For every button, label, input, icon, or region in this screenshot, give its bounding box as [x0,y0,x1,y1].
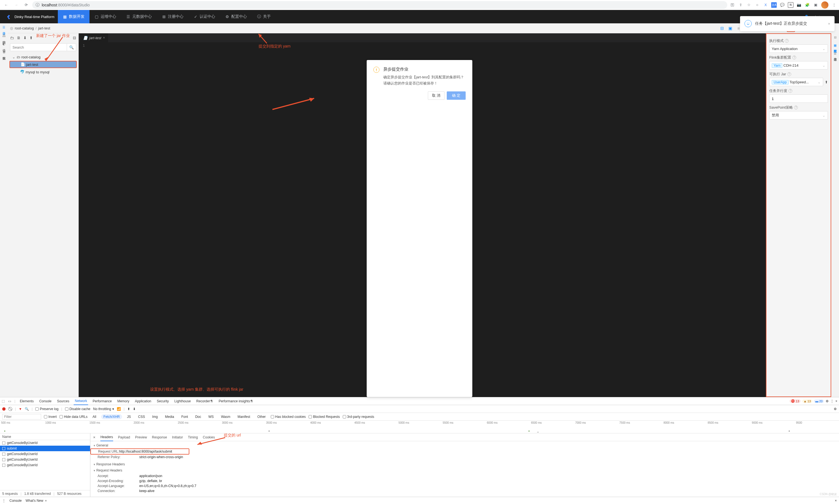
editor-tab-jart-test[interactable]: 📄 jart-test × [80,33,108,42]
search-toggle-icon[interactable]: 🔍 [25,407,29,411]
rail-job-info[interactable]: ☰作业信息 [833,52,837,55]
section-general[interactable]: General [90,442,839,448]
dt-tab-application[interactable]: Application [134,397,152,405]
collapse-icon[interactable]: ⊟ [73,36,76,40]
help-icon[interactable]: ? [788,89,792,93]
jar-upload-icon[interactable]: ⬆ [825,80,828,84]
ext4-icon[interactable]: ▣ [813,2,818,8]
clear-button[interactable] [8,407,12,411]
detail-tab-preview[interactable]: Preview [135,433,147,441]
tree-item-mysql[interactable]: 🐬 mysql to mysql [8,68,78,76]
inspect-icon[interactable]: ⬚ [2,399,5,403]
upload-har-icon[interactable]: ⬆ [127,407,130,411]
request-row[interactable]: getConsoleByUserId [0,451,90,457]
warn-badge[interactable]: ▲ 13 [802,399,812,403]
type-fetch-xhr[interactable]: Fetch/XHR [101,414,122,419]
dt-tab-network[interactable]: Network [74,397,88,405]
parallel-input[interactable] [769,94,828,103]
disable-cache-checkbox[interactable]: Disable cache [65,407,90,411]
detail-close-icon[interactable]: × [93,435,95,439]
section-response-headers[interactable]: Response Headers [90,461,839,467]
dt-tab-console[interactable]: Console [38,397,53,405]
nav-config[interactable]: ⚙配置中心 [220,10,252,23]
upload-icon[interactable]: ⬇ [23,36,27,40]
ext2-icon[interactable]: X [763,2,768,8]
forward-button[interactable]: → [12,1,20,9]
request-row[interactable]: submit [0,446,90,451]
rail-metadata[interactable]: ⊞元数据 [2,50,6,54]
breadcrumb-current[interactable]: jart-test [38,26,50,30]
nav-about[interactable]: ⓘ关于 [252,10,276,23]
type-wasm[interactable]: Wasm [219,414,233,419]
dt-tab-recorder[interactable]: Recorder ⚗ [195,397,214,405]
rail-job-config[interactable]: ▦作业配置 [833,43,837,47]
new-file-icon[interactable]: 🗎 [17,36,21,40]
site-info-icon[interactable]: ⓘ [36,2,39,7]
request-row[interactable]: getConsoleByUserId [0,462,90,468]
download-har-icon[interactable]: ⬇ [133,407,136,411]
dt-tab-memory[interactable]: Memory [116,397,130,405]
translate-icon[interactable]: 文A [771,2,777,8]
export-icon[interactable]: ▣ [728,26,733,31]
jar-select[interactable]: UserApp TopSpeed...⌄ [769,78,823,86]
exec-mode-select[interactable]: Yarn Application⌄ [769,44,828,53]
address-bar[interactable]: ⓘ localhost:8000/#/dataStudio [32,1,727,9]
cancel-button[interactable]: 取 消 [428,91,444,100]
filter-toggle-icon[interactable]: ▼ [19,407,22,411]
type-ws[interactable]: WS [206,414,216,419]
app-logo[interactable]: Dinky Real-time Platform [3,14,58,19]
help-icon[interactable]: ? [794,106,798,109]
chrome-menu-icon[interactable]: ⋮ [831,2,837,8]
dt-tab-lighthouse[interactable]: Lighthouse [173,397,192,405]
rail-catalog[interactable]: ☰目录 [2,25,6,30]
request-row[interactable]: getConsoleByUserId [0,440,90,446]
net-settings-icon[interactable]: ⚙ [834,407,837,411]
help-icon[interactable]: ? [785,39,789,43]
rail-structure[interactable]: 品结构 [2,34,6,38]
dt-tab-performance[interactable]: Performance [91,397,113,405]
request-row[interactable]: getConsoleByUserId [0,457,90,462]
nav-registry[interactable]: ⊞注册中心 [157,10,189,23]
info-badge[interactable]: ▬ 20 [814,399,824,403]
type-other[interactable]: Other [255,414,268,419]
timeline[interactable]: 500 ms1000 ms1500 ms2000 ms2500 ms3000 m… [0,421,839,433]
type-doc[interactable]: Doc [193,414,203,419]
tree-item-jart-test[interactable]: 📄 jart-test [10,61,77,68]
ext1-icon[interactable]: ○ [754,2,760,8]
profile-avatar[interactable] [821,1,828,8]
blocked-cookies-checkbox[interactable]: Has blocked cookies [271,415,306,419]
error-badge[interactable]: ⛔ 13 [789,399,800,403]
new-folder-icon[interactable]: 🗀 [10,36,14,40]
extensions-icon[interactable]: 🧩 [805,2,810,8]
wifi-icon[interactable]: 📶 [117,407,121,411]
throttle-select[interactable]: No throttling ▾ [93,407,114,411]
type-all[interactable]: All [90,414,99,419]
help-icon[interactable]: ? [787,72,791,76]
detail-tab-timing[interactable]: Timing [188,433,198,441]
nav-auth[interactable]: ✓认证中心 [189,10,220,23]
dt-tab-security[interactable]: Security [156,397,170,405]
type-css[interactable]: CSS [136,414,147,419]
ext3-icon[interactable]: 💬 [780,2,785,8]
type-font[interactable]: Font [179,414,190,419]
nav-ops[interactable]: ▢运维中心 [89,10,121,23]
type-manifest[interactable]: Manifest [235,414,252,419]
camera-icon[interactable]: 📷 [796,2,802,8]
dt-tab-perf-insights[interactable]: Performance insights ⚗ [217,397,254,405]
detail-tab-initiator[interactable]: Initiator [172,433,183,441]
toast-close-icon[interactable]: × [828,22,830,26]
tree-search-input[interactable] [10,43,67,51]
nav-data-dev[interactable]: ▦数据开发 [58,10,89,23]
dt-settings-icon[interactable]: ⚙ [826,399,829,403]
help-icon[interactable]: ? [792,56,796,59]
drawer-menu-icon[interactable]: ⋮ [2,499,5,503]
invert-checkbox[interactable]: Invert [44,415,57,419]
key-icon[interactable]: ⚿ [730,2,735,8]
device-icon[interactable]: ▭ [8,399,11,403]
detail-tab-headers[interactable]: Headers [100,433,113,441]
notion-icon[interactable]: N [788,2,793,8]
req-list-header[interactable]: Name [0,433,90,440]
share-icon[interactable]: ⇧ [738,2,744,8]
hide-data-checkbox[interactable]: Hide data URLs [59,415,88,419]
detail-tab-cookies[interactable]: Cookies [203,433,215,441]
